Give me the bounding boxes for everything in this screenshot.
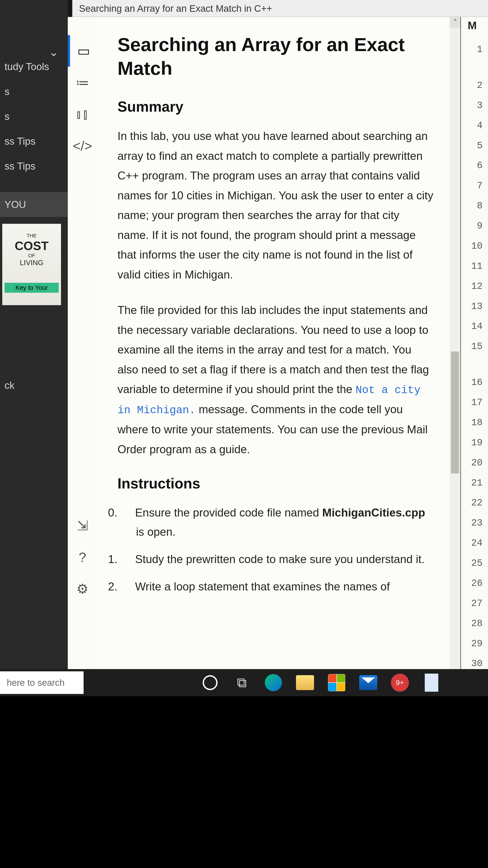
ms-store-icon[interactable] [328,674,346,692]
line-number: 9 [461,216,488,236]
lesson-content: Searching an Array for an Exact Match Su… [97,17,450,684]
book-of: OF [4,253,59,258]
book-sub: LIVING [4,258,59,267]
line-number: 19 [461,433,488,453]
instruction-step-1: 1.Study the prewritten code to make sure… [122,550,434,569]
line-number: 22 [461,493,488,513]
line-number: 13 [461,297,488,317]
edge-icon[interactable] [264,674,283,692]
sidebar-item-1[interactable]: s [0,79,68,104]
app-sidebar: ⌄ tudy Tools s s ss Tips ss Tips YOU THE… [0,0,68,678]
sidebar-item-ck[interactable]: ck [0,373,68,398]
gear-icon[interactable]: ⚙ [68,573,97,604]
recommended-book-thumb[interactable]: THE COST OF LIVING Key to Your [2,224,61,305]
code-icon[interactable]: </> [68,130,97,162]
line-number: 18 [461,413,488,433]
line-number: 20 [461,453,488,473]
line-number: 3 [461,96,488,116]
taskbar-search[interactable]: here to search [0,671,84,694]
code-line-gutter: M 1 23456789101112131415 161718192021222… [461,17,488,702]
windows-taskbar: here to search ⧉ 9+ [0,669,488,696]
p2-text-a: The file provided for this lab includes … [118,304,429,396]
summary-paragraph-1: In this lab, you use what you have learn… [118,126,434,285]
line-number: 11 [461,256,488,276]
chart-icon[interactable]: ⫾⫿ [68,98,97,130]
book-title: COST [4,239,59,253]
line-number: 15 [461,337,488,357]
share-icon[interactable]: ⇲ [68,510,97,541]
help-icon[interactable]: ? [68,541,97,573]
sidebar-for-you[interactable]: YOU [0,192,68,217]
line-number: 27 [461,594,488,614]
line-number: 24 [461,533,488,553]
line-number: 1 [461,39,488,60]
step2-text: Write a loop statement that examines the… [135,580,390,593]
line-number: 25 [461,553,488,574]
summary-paragraph-2: The file provided for this lab includes … [118,301,434,459]
sidebar-item-2[interactable]: s [0,104,68,129]
book-pre: THE [4,233,59,239]
page-title: Searching an Array for an Exact Match [118,33,434,80]
line-number: 17 [461,393,488,413]
line-number: 14 [461,316,488,337]
line-number: 21 [461,473,488,493]
line-number: 2 [461,75,488,96]
line-number: 8 [461,196,488,216]
sidebar-item-tips-2[interactable]: ss Tips [0,154,68,179]
line-number: 28 [461,614,488,634]
mail-icon[interactable] [359,674,377,692]
line-number: 6 [461,156,488,176]
list-icon[interactable]: ≔ [68,67,97,98]
task-view-icon[interactable]: ⧉ [233,674,251,692]
book-icon[interactable]: ▭ [68,35,97,67]
document-tab[interactable]: Searching an Array for an Exact Match in… [72,0,488,17]
content-scrollbar[interactable]: ˄ ˅ [450,17,460,684]
instruction-step-0: 0.Ensure the provided code file named Mi… [122,503,434,541]
line-number: 16 [461,373,488,393]
line-number: 26 [461,574,488,594]
line-number: 10 [461,236,488,256]
gutter-column-header: M [468,19,477,32]
scroll-up-button[interactable]: ˄ [450,17,460,28]
line-number: 7 [461,176,488,196]
step1-text: Study the prewritten code to make sure y… [135,553,424,565]
line-number: 23 [461,513,488,533]
notepad-icon[interactable] [422,674,441,692]
step0-a: Ensure the provided code file named [135,506,322,519]
scroll-thumb[interactable] [451,351,459,473]
line-number: 12 [461,276,488,297]
line-number: 5 [461,136,488,156]
step0-filename: MichiganCities.cpp [322,506,425,519]
chevron-down-icon[interactable]: ⌄ [49,45,59,59]
line-number: 4 [461,116,488,136]
instructions-heading: Instructions [118,475,434,492]
tool-rail: ▭ ≔ ⫾⫿ </> ⇲ ? ⚙ [68,17,97,695]
offscreen-black [0,696,488,868]
line-number: 29 [461,634,488,654]
step0-b: is open. [136,526,175,538]
file-explorer-icon[interactable] [296,674,314,692]
book-caption: Key to Your [4,283,59,293]
summary-heading: Summary [118,98,434,115]
cortana-icon[interactable] [201,674,219,692]
sidebar-item-tips-1[interactable]: ss Tips [0,129,68,154]
instruction-step-2: 2.Write a loop statement that examines t… [122,577,434,596]
instructions-list: 0.Ensure the provided code file named Mi… [122,503,434,596]
notification-badge-icon[interactable]: 9+ [391,674,409,692]
